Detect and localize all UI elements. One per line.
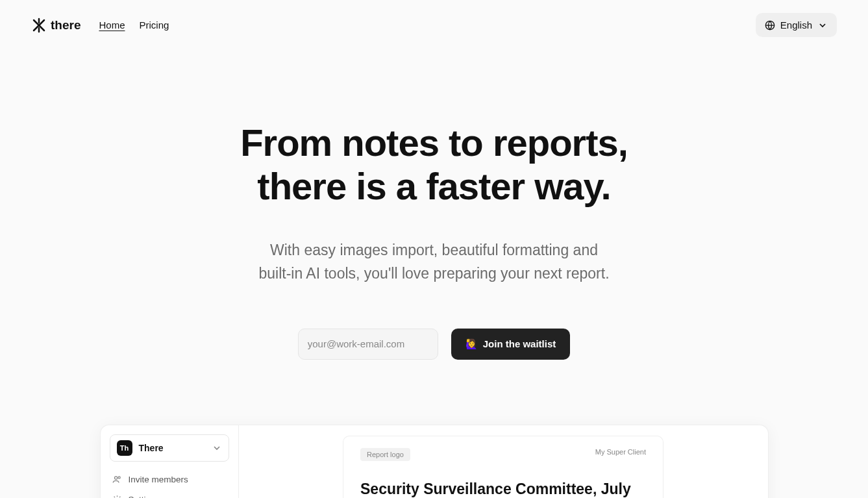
sidebar-item-label: Invite members <box>129 475 188 484</box>
hero-section: From notes to reports, there is a faster… <box>0 50 868 399</box>
chevron-down-icon <box>212 443 222 453</box>
report-logo-chip: Report logo <box>360 448 410 461</box>
app-preview-wrap: Th There Invi <box>0 399 868 498</box>
waitlist-form: 🙋‍♀️ Join the waitlist <box>26 329 842 360</box>
nav-link-home[interactable]: Home <box>99 19 125 31</box>
sidebar-items: Invite members Settings <box>110 471 229 498</box>
logo-mark-icon <box>31 18 47 33</box>
hero-sub-line2: built-in AI tools, you'll love preparing… <box>258 265 609 282</box>
brand-logo[interactable]: there <box>31 18 81 33</box>
cta-label: Join the waitlist <box>483 338 556 349</box>
workspace-badge: Th <box>117 440 132 456</box>
sidebar-item-settings[interactable]: Settings <box>110 491 229 498</box>
chevron-down-icon <box>817 20 828 31</box>
report-top-row: Report logo My Super Client <box>360 448 646 461</box>
hero-title-line2: there is a faster way. <box>257 165 610 207</box>
language-switcher[interactable]: English <box>756 13 837 37</box>
hero-sub-line1: With easy images import, beautiful forma… <box>270 242 598 258</box>
globe-icon <box>765 20 775 31</box>
report-title: Security Surveillance Committee, July 4t… <box>360 479 646 498</box>
brand-name: there <box>51 18 81 32</box>
sidebar-item-invite[interactable]: Invite members <box>110 471 229 488</box>
header-left: there Home Pricing <box>31 18 169 33</box>
report-card: Report logo My Super Client Security Sur… <box>343 436 663 498</box>
gear-icon <box>112 495 122 498</box>
email-input[interactable] <box>298 329 438 360</box>
hero-title-line1: From notes to reports, <box>240 121 628 164</box>
workspace-name: There <box>139 443 205 453</box>
join-waitlist-button[interactable]: 🙋‍♀️ Join the waitlist <box>451 329 571 360</box>
workspace-selector[interactable]: Th There <box>110 434 229 462</box>
main-nav: Home Pricing <box>99 19 169 31</box>
preview-sidebar: Th There Invi <box>101 425 239 498</box>
site-header: there Home Pricing English <box>0 0 868 50</box>
cta-emoji-icon: 🙋‍♀️ <box>465 338 478 350</box>
report-client-name: My Super Client <box>595 448 646 456</box>
nav-link-pricing[interactable]: Pricing <box>139 19 169 31</box>
language-label: English <box>780 19 812 31</box>
svg-point-6 <box>114 476 117 479</box>
hero-subtitle: With easy images import, beautiful forma… <box>227 239 642 285</box>
sidebar-item-label: Settings <box>129 495 160 498</box>
svg-point-7 <box>118 476 120 478</box>
users-icon <box>112 475 122 484</box>
preview-main: Report logo My Super Client Security Sur… <box>239 425 768 498</box>
app-preview-card: Th There Invi <box>100 425 769 498</box>
hero-title: From notes to reports, there is a faster… <box>26 121 842 208</box>
